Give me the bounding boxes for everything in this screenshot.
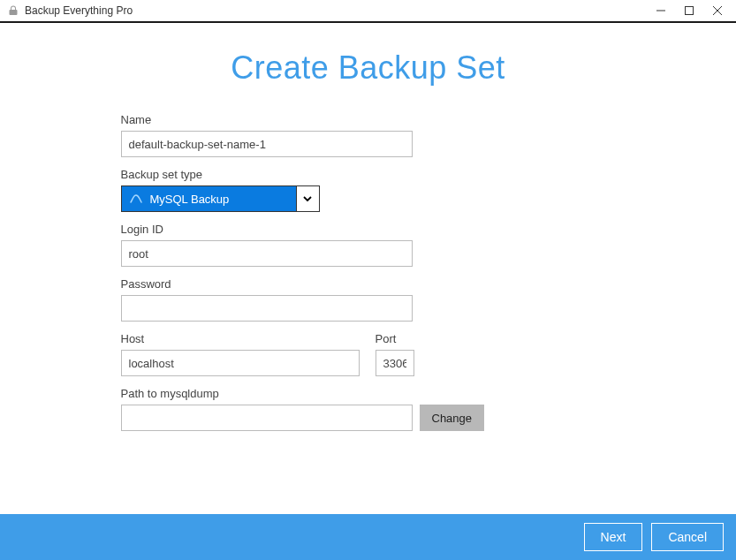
password-label: Password xyxy=(121,277,501,291)
password-input[interactable] xyxy=(121,295,413,322)
name-field: Name xyxy=(121,113,501,157)
backup-type-field: Backup set type MySQL Backup xyxy=(121,168,501,212)
port-input[interactable] xyxy=(376,350,414,376)
name-label: Name xyxy=(121,113,501,126)
mysqldump-input[interactable] xyxy=(121,405,413,431)
change-button[interactable]: Change xyxy=(420,405,485,431)
maximize-button[interactable] xyxy=(683,4,695,17)
backup-type-select[interactable]: MySQL Backup xyxy=(121,185,320,212)
window-title: Backup Everything Pro xyxy=(25,4,649,17)
cancel-button[interactable]: Cancel xyxy=(651,523,724,551)
host-label: Host xyxy=(121,332,360,345)
port-field: Port xyxy=(376,332,414,376)
host-port-row: Host Port xyxy=(121,332,501,387)
name-input[interactable] xyxy=(121,131,413,157)
login-id-field: Login ID xyxy=(121,223,501,267)
host-field: Host xyxy=(121,332,360,376)
minimize-button[interactable] xyxy=(655,4,667,17)
chevron-down-icon[interactable] xyxy=(296,186,319,211)
next-button[interactable]: Next xyxy=(584,523,643,551)
backup-type-value: MySQL Backup xyxy=(150,193,230,206)
mysqldump-label: Path to mysqldump xyxy=(121,387,501,400)
mysql-icon xyxy=(129,192,143,206)
backup-type-display[interactable]: MySQL Backup xyxy=(122,186,296,211)
svg-rect-0 xyxy=(686,7,694,15)
app-icon xyxy=(7,4,19,17)
login-id-label: Login ID xyxy=(121,223,501,236)
backup-form: Name Backup set type MySQL Backup Login … xyxy=(121,113,501,442)
backup-type-label: Backup set type xyxy=(121,168,501,181)
password-field: Password xyxy=(121,277,501,322)
login-id-input[interactable] xyxy=(121,240,413,267)
close-button[interactable] xyxy=(711,4,724,17)
titlebar: Backup Everything Pro xyxy=(0,0,736,23)
window-controls xyxy=(655,4,729,17)
mysqldump-field: Path to mysqldump Change xyxy=(121,387,501,431)
port-label: Port xyxy=(376,332,414,345)
content-area: Create Backup Set Name Backup set type M… xyxy=(0,23,736,514)
host-input[interactable] xyxy=(121,350,360,376)
page-title: Create Backup Set xyxy=(231,49,505,87)
footer: Next Cancel xyxy=(0,514,736,560)
mysqldump-path-row: Change xyxy=(121,405,501,431)
